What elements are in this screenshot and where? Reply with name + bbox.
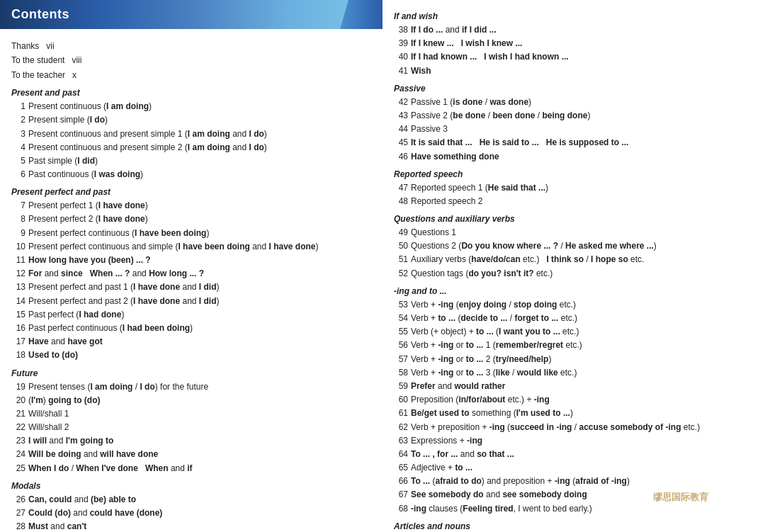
entry-28: 28Must and can't	[11, 520, 371, 532]
entry-17: 17Have and have got	[11, 335, 371, 349]
entry-57: 57Verb + -ing or to ... 2 (try/need/help…	[394, 353, 754, 366]
left-panel: Contents Thanks vii To the student viii …	[0, 0, 382, 532]
entry-5: 5Past simple (I did)	[11, 154, 371, 168]
entry-14: 14Present perfect and past 2 (I have don…	[11, 295, 371, 308]
contents-header: Contents	[0, 0, 382, 29]
entry-42: 42Passive 1 (is done / was done)	[394, 96, 754, 109]
entry-8: 8Present perfect 2 (I have done)	[11, 213, 371, 226]
intro-student: To the student viii	[11, 53, 371, 67]
section-if-wish-title: If and wish	[394, 11, 754, 21]
entry-40: 40If I had known ... I wish I had known …	[394, 50, 754, 64]
entry-44: 44Passive 3	[394, 123, 754, 136]
entry-66: 66To ... (afraid to do) and preposition …	[394, 475, 754, 488]
intro-teacher: To the teacher x	[11, 68, 371, 82]
entry-45: 45It is said that ... He is said to ... …	[394, 136, 754, 149]
entry-23: 23I will and I'm going to	[11, 434, 371, 448]
contents-title: Contents	[11, 7, 69, 21]
entry-20: 20(I'm) going to (do)	[11, 394, 371, 407]
entry-59: 59Prefer and would rather	[394, 380, 754, 393]
entry-68: 68-ing clauses (Feeling tired, I went to…	[394, 502, 754, 516]
section-passive-title: Passive	[394, 84, 754, 94]
entry-58: 58Verb + -ing or to ... 3 (like / would …	[394, 366, 754, 380]
left-content: Thanks vii To the student viii To the te…	[0, 36, 382, 532]
entry-47: 47Reported speech 1 (He said that ...)	[394, 181, 754, 195]
entry-19: 19Present tenses (I am doing / I do) for…	[11, 380, 371, 394]
entry-53: 53Verb + -ing (enjoy doing / stop doing …	[394, 298, 754, 312]
entry-18: 18Used to (do)	[11, 349, 371, 362]
section-present-perfect-title: Present perfect and past	[11, 187, 371, 197]
entry-27: 27Could (do) and could have (done)	[11, 506, 371, 520]
section-ing-to-title: -ing and to ...	[394, 286, 754, 296]
entry-38: 38If I do ... and if I did ...	[394, 23, 754, 37]
entry-21: 21Will/shall 1	[11, 407, 371, 421]
intro-lines: Thanks vii To the student viii To the te…	[11, 39, 371, 82]
entry-9: 9Present perfect continuous (I have been…	[11, 227, 371, 240]
entry-2: 2Present simple (I do)	[11, 113, 371, 127]
entry-67: 67See somebody do and see somebody doing	[394, 488, 754, 502]
entry-43: 43Passive 2 (be done / been done / being…	[394, 109, 754, 123]
entry-56: 56Verb + -ing or to ... 1 (remember/regr…	[394, 339, 754, 352]
entry-13: 13Present perfect and past 1 (I have don…	[11, 281, 371, 294]
right-panel: If and wish 38If I do ... and if I did .…	[382, 0, 765, 532]
section-modals-title: Modals	[11, 481, 371, 491]
entry-12: 12For and since When ... ? and How long …	[11, 267, 371, 281]
entry-10: 10Present perfect continuous and simple …	[11, 240, 371, 254]
entry-50: 50Questions 2 (Do you know where ... ? /…	[394, 239, 754, 253]
entry-54: 54Verb + to ... (decide to ... / forget …	[394, 312, 754, 325]
entry-25: 25When I do / When I've done When and if	[11, 462, 371, 475]
entry-15: 15Past perfect (I had done)	[11, 308, 371, 322]
intro-thanks: Thanks vii	[11, 39, 371, 53]
entry-46: 46Have something done	[394, 150, 754, 164]
section-future-title: Future	[11, 368, 371, 378]
entry-65: 65Adjective + to ...	[394, 461, 754, 475]
entry-51: 51Auxiliary verbs (have/do/can etc.) I t…	[394, 253, 754, 266]
entry-64: 64To ... , for ... and so that ...	[394, 448, 754, 461]
entry-24: 24Will be doing and will have done	[11, 448, 371, 461]
entry-22: 22Will/shall 2	[11, 421, 371, 434]
entry-7: 7Present perfect 1 (I have done)	[11, 199, 371, 213]
section-reported-title: Reported speech	[394, 169, 754, 179]
entry-49: 49Questions 1	[394, 226, 754, 239]
entry-11: 11How long have you (been) ... ?	[11, 254, 371, 267]
entry-62: 62Verb + preposition + -ing (succeed in …	[394, 421, 754, 434]
section-present-past-title: Present and past	[11, 88, 371, 98]
entry-41: 41Wish	[394, 64, 754, 78]
entry-4: 4Present continuous and present simple 2…	[11, 141, 371, 154]
entry-1: 1Present continuous (I am doing)	[11, 100, 371, 113]
entry-3: 3Present continuous and present simple 1…	[11, 128, 371, 141]
entry-6: 6Past continuous (I was doing)	[11, 168, 371, 181]
entry-55: 55Verb (+ object) + to ... (I want you t…	[394, 325, 754, 339]
section-questions-title: Questions and auxiliary verbs	[394, 214, 754, 224]
entry-26: 26Can, could and (be) able to	[11, 493, 371, 506]
entry-52: 52Question tags (do you? isn't it? etc.)	[394, 267, 754, 281]
entry-61: 61Be/get used to something (I'm used to …	[394, 407, 754, 420]
entry-48: 48Reported speech 2	[394, 195, 754, 208]
entry-63: 63Expressions + -ing	[394, 434, 754, 448]
entry-60: 60Preposition (in/for/about etc.) + -ing	[394, 393, 754, 407]
section-articles-title: Articles and nouns	[394, 521, 754, 531]
entry-16: 16Past perfect continuous (I had been do…	[11, 322, 371, 335]
entry-39: 39If I knew ... I wish I knew ...	[394, 37, 754, 50]
